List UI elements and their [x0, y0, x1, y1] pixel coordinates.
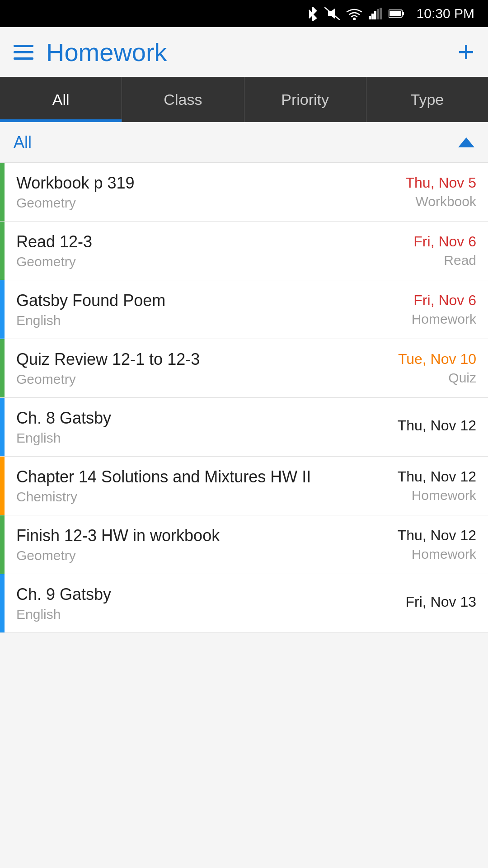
assignment-name: Quiz Review 12-1 to 12-3: [16, 350, 350, 369]
list-item[interactable]: Gatsby Found Poem English Fri, Nov 6 Hom…: [0, 280, 488, 339]
tab-type[interactable]: Type: [366, 77, 488, 122]
list-item[interactable]: Quiz Review 12-1 to 12-3 Geometry Tue, N…: [0, 339, 488, 398]
color-indicator: [0, 574, 5, 632]
assignment-content: Ch. 8 Gatsby English: [5, 398, 361, 456]
assignment-date: Tue, Nov 10: [398, 351, 476, 368]
assignment-date: Fri, Nov 6: [413, 292, 476, 309]
assignment-meta: Fri, Nov 6 Read: [361, 222, 488, 280]
assignment-type: Homework: [412, 311, 476, 327]
assignment-type: Homework: [412, 488, 476, 503]
assignment-content: Finish 12-3 HW in workbook Geometry: [5, 515, 361, 574]
list-item[interactable]: Ch. 8 Gatsby English Thu, Nov 12: [0, 398, 488, 457]
battery-icon: [389, 9, 404, 18]
assignment-content: Chapter 14 Solutions and Mixtures HW II …: [5, 457, 361, 515]
add-button[interactable]: +: [458, 38, 474, 66]
assignment-content: Gatsby Found Poem English: [5, 280, 361, 339]
assignment-type: Workbook: [415, 194, 476, 209]
assignment-class: English: [16, 313, 350, 328]
filter-row[interactable]: All: [0, 122, 488, 163]
assignment-meta: Tue, Nov 10 Quiz: [361, 339, 488, 397]
list-item[interactable]: Read 12-3 Geometry Fri, Nov 6 Read: [0, 222, 488, 280]
menu-button[interactable]: [14, 45, 33, 60]
signal-icon: [369, 8, 382, 19]
tab-class-label: Class: [164, 91, 202, 108]
assignment-meta: Thu, Nov 12 Homework: [361, 457, 488, 515]
assignment-date: Thu, Nov 12: [398, 417, 476, 434]
assignment-meta: Thu, Nov 12 Homework: [361, 515, 488, 574]
app-header: Homework +: [0, 27, 488, 77]
color-indicator: [0, 222, 5, 280]
menu-line-3: [14, 57, 33, 60]
assignment-date: Fri, Nov 6: [413, 233, 476, 250]
menu-line-2: [14, 51, 33, 53]
assignment-type: Quiz: [448, 370, 476, 386]
tab-priority-label: Priority: [281, 91, 329, 108]
assignment-class: Geometry: [16, 254, 350, 269]
svg-point-4: [353, 18, 355, 20]
list-item[interactable]: Ch. 9 Gatsby English Fri, Nov 13: [0, 574, 488, 633]
assignment-class: Chemistry: [16, 489, 350, 505]
tab-bar: All Class Priority Type: [0, 77, 488, 122]
assignment-date: Thu, Nov 12: [398, 468, 476, 485]
svg-rect-7: [374, 11, 376, 19]
mute-icon: [324, 7, 340, 20]
assignment-content: Quiz Review 12-1 to 12-3 Geometry: [5, 339, 361, 397]
assignment-date: Thu, Nov 5: [405, 175, 476, 191]
svg-rect-11: [402, 12, 404, 15]
assignment-type: Homework: [412, 547, 476, 562]
wifi-icon: [346, 7, 362, 20]
assignment-name: Gatsby Found Poem: [16, 291, 350, 310]
assignment-name: Ch. 9 Gatsby: [16, 585, 350, 604]
assignment-class: English: [16, 430, 350, 446]
menu-line-1: [14, 45, 33, 47]
svg-rect-9: [380, 8, 382, 19]
color-indicator: [0, 398, 5, 456]
svg-rect-5: [369, 16, 371, 19]
assignment-meta: Thu, Nov 12: [361, 398, 488, 456]
assignment-class: English: [16, 607, 350, 622]
assignment-type: Read: [444, 253, 476, 268]
assignment-meta: Fri, Nov 6 Homework: [361, 280, 488, 339]
status-time: 10:30 PM: [417, 6, 474, 21]
assignment-class: Geometry: [16, 548, 350, 563]
header-left: Homework: [14, 38, 167, 67]
assignment-meta: Fri, Nov 13: [361, 574, 488, 632]
list-item[interactable]: Workbook p 319 Geometry Thu, Nov 5 Workb…: [0, 163, 488, 222]
assignment-list: Workbook p 319 Geometry Thu, Nov 5 Workb…: [0, 163, 488, 633]
assignment-meta: Thu, Nov 5 Workbook: [361, 163, 488, 221]
assignment-name: Ch. 8 Gatsby: [16, 409, 350, 428]
tab-all-label: All: [52, 91, 70, 108]
assignment-date: Thu, Nov 12: [398, 527, 476, 544]
chevron-up-icon[interactable]: [458, 137, 474, 147]
tab-all[interactable]: All: [0, 77, 122, 122]
assignment-name: Workbook p 319: [16, 174, 350, 193]
svg-line-3: [324, 7, 340, 20]
filter-label: All: [14, 133, 32, 152]
color-indicator: [0, 339, 5, 397]
tab-class[interactable]: Class: [122, 77, 244, 122]
assignment-date: Fri, Nov 13: [406, 594, 476, 610]
color-indicator: [0, 163, 5, 221]
assignment-content: Read 12-3 Geometry: [5, 222, 361, 280]
list-item[interactable]: Finish 12-3 HW in workbook Geometry Thu,…: [0, 515, 488, 574]
color-indicator: [0, 515, 5, 574]
svg-rect-6: [371, 14, 374, 19]
svg-rect-8: [377, 9, 379, 19]
assignment-class: Geometry: [16, 195, 350, 211]
assignment-class: Geometry: [16, 372, 350, 387]
assignment-name: Chapter 14 Solutions and Mixtures HW II: [16, 467, 350, 486]
page-title: Homework: [46, 38, 167, 67]
svg-rect-12: [389, 11, 401, 16]
tab-priority[interactable]: Priority: [244, 77, 366, 122]
assignment-content: Workbook p 319 Geometry: [5, 163, 361, 221]
assignment-content: Ch. 9 Gatsby English: [5, 574, 361, 632]
assignment-name: Finish 12-3 HW in workbook: [16, 526, 350, 545]
color-indicator: [0, 457, 5, 515]
assignment-name: Read 12-3: [16, 232, 350, 251]
status-icons: [307, 6, 404, 21]
status-bar: 10:30 PM: [0, 0, 488, 27]
tab-type-label: Type: [411, 91, 444, 108]
color-indicator: [0, 280, 5, 339]
bluetooth-icon: [307, 6, 318, 21]
list-item[interactable]: Chapter 14 Solutions and Mixtures HW II …: [0, 457, 488, 515]
